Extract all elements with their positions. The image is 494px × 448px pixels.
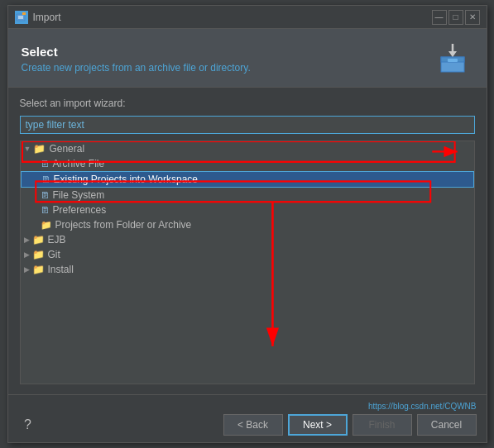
file-icon-archive: 🖹 [41, 159, 50, 169]
folder-icon-ejb: 📁 [32, 234, 45, 245]
file-icon-preferences: 🖹 [41, 205, 50, 215]
tree-label-install: Install [48, 264, 74, 275]
header-icon [432, 41, 473, 77]
tree-label-preferences: Preferences [53, 204, 107, 216]
tree-label-archive-file: Archive File [53, 158, 105, 169]
minimize-button[interactable]: — [432, 10, 447, 25]
file-icon-projects-folder: 📁 [41, 220, 52, 231]
expand-icon-general: ▼ [24, 145, 31, 153]
import-window: Import — □ ✕ Select Create new projects … [7, 5, 487, 443]
tree-label-existing-projects: Existing Projects into Workspace [54, 174, 199, 185]
header-section: Select Create new projects from an archi… [8, 29, 487, 88]
tree-label-git: Git [48, 249, 60, 260]
content-section: Select an import wizard: ▼ 📁 General 🖹 A… [8, 88, 487, 394]
footer-section: https://blog.csdn.net/CQWNB ? < Back Nex… [8, 394, 487, 442]
tree-wrapper: ▼ 📁 General 🖹 Archive File 🖹 Existing Pr… [20, 141, 475, 384]
tree-item-git[interactable]: ▶ 📁 Git [21, 247, 474, 262]
folder-icon-general: 📁 [33, 143, 46, 155]
tree-label-general: General [49, 143, 84, 155]
back-button[interactable]: < Back [223, 414, 283, 436]
file-icon-filesystem: 🖹 [41, 190, 50, 200]
tree-container[interactable]: ▼ 📁 General 🖹 Archive File 🖹 Existing Pr… [20, 141, 475, 384]
expand-icon-git: ▶ [24, 250, 30, 259]
tree-item-file-system[interactable]: 🖹 File System [21, 188, 474, 203]
title-bar: Import — □ ✕ [8, 6, 487, 29]
filter-input[interactable] [20, 116, 475, 134]
expand-icon-ejb: ▶ [24, 236, 30, 244]
tree-item-general[interactable]: ▼ 📁 General [21, 141, 474, 156]
window-title: Import [33, 12, 432, 23]
close-button[interactable]: ✕ [465, 10, 480, 25]
tree-label-ejb: EJB [48, 234, 66, 245]
wizard-label: Select an import wizard: [20, 98, 475, 109]
expand-icon-install: ▶ [24, 265, 30, 274]
tree-item-existing-projects[interactable]: 🖹 Existing Projects into Workspace [21, 171, 474, 188]
tree-item-ejb[interactable]: ▶ 📁 EJB [21, 232, 474, 247]
header-title: Select [22, 45, 251, 59]
tree-item-archive-file[interactable]: 🖹 Archive File [21, 156, 474, 171]
header-text: Select Create new projects from an archi… [22, 45, 251, 74]
tree-item-projects-folder[interactable]: 📁 Projects from Folder or Archive [21, 217, 474, 232]
tree-item-preferences[interactable]: 🖹 Preferences [21, 203, 474, 217]
tree-item-install[interactable]: ▶ 📁 Install [21, 262, 474, 277]
finish-button[interactable]: Finish [353, 414, 412, 436]
next-button[interactable]: Next > [288, 414, 348, 436]
svg-marker-8 [448, 51, 457, 57]
footer-buttons: ? < Back Next > Finish Cancel [18, 414, 477, 436]
folder-icon-install: 📁 [32, 264, 45, 275]
svg-rect-6 [448, 59, 458, 62]
svg-rect-0 [17, 14, 25, 21]
tree-label-projects-folder: Projects from Folder or Archive [55, 219, 192, 231]
svg-marker-1 [22, 12, 26, 15]
folder-icon-git: 📁 [32, 249, 45, 260]
footer-url: https://blog.csdn.net/CQWNB [18, 402, 477, 411]
tree-label-file-system: File System [53, 189, 105, 201]
maximize-button[interactable]: □ [448, 10, 463, 25]
header-subtitle: Create new projects from an archive file… [22, 62, 251, 74]
window-icon [15, 11, 28, 24]
cancel-button[interactable]: Cancel [417, 414, 477, 436]
help-button[interactable]: ? [18, 415, 38, 435]
file-icon-existing: 🖹 [41, 174, 50, 184]
window-controls: — □ ✕ [432, 10, 480, 25]
